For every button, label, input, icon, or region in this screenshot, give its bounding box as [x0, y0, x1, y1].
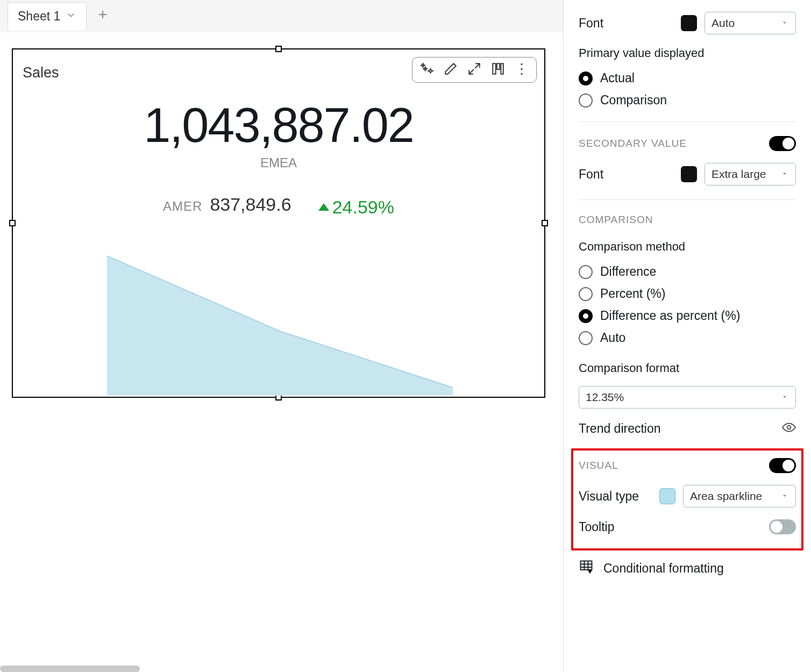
svg-rect-4 [501, 63, 503, 74]
tab-sheet-1[interactable]: Sheet 1 [8, 2, 87, 30]
secondary-font-value: Extra large [712, 168, 766, 181]
visual-color-swatch[interactable] [659, 488, 675, 504]
secondary-font-size-select[interactable]: Extra large [705, 163, 796, 185]
font-size-select[interactable]: Auto [705, 12, 796, 34]
kpi-percent-change: 24.59% [318, 197, 394, 218]
visual-type-row: Visual type Area sparkline [579, 485, 796, 507]
sheet-tabs: Sheet 1 [0, 0, 563, 32]
secondary-title: SECONDARY VALUE [579, 138, 687, 149]
area-sparkline [107, 256, 453, 396]
add-sheet-button[interactable] [96, 8, 109, 25]
comparison-method-group: Difference Percent (%) Difference as per… [579, 264, 796, 345]
radio-difference[interactable]: Difference [579, 264, 796, 279]
cond-label: Conditional formatting [603, 561, 724, 576]
radio-icon [579, 265, 593, 279]
secondary-font-row: Font Extra large [579, 163, 796, 185]
radio-label: Comparison [600, 93, 667, 108]
svg-rect-2 [493, 63, 495, 74]
kpi-primary-label: EMEA [13, 155, 544, 170]
comparison-section-title: COMPARISON [579, 214, 796, 226]
trend-up-icon [318, 203, 329, 211]
secondary-value-toggle[interactable] [769, 136, 796, 151]
properties-panel: Font Auto Primary value displayed Actual… [564, 0, 811, 672]
radio-label: Auto [600, 331, 625, 345]
expand-icon[interactable] [467, 62, 481, 78]
kpi-comparison-row: AMER 837,849.6 24.59% [13, 194, 544, 218]
layout-icon[interactable] [491, 62, 505, 78]
font-size-value: Auto [712, 17, 735, 30]
radio-icon [579, 287, 593, 301]
pencil-icon[interactable] [444, 62, 458, 78]
radio-auto[interactable]: Auto [579, 331, 796, 345]
radio-label: Difference as percent (%) [600, 309, 740, 323]
visual-toolbar: ⋮ [412, 57, 537, 83]
chevron-down-icon [780, 168, 789, 181]
visual-section-highlight: VISUAL Visual type Area sparkline Toolti… [571, 448, 803, 551]
trend-direction-row: Trend direction [579, 420, 796, 437]
kpi-primary-value: 1,043,887.02 [13, 98, 544, 153]
tooltip-toggle[interactable] [769, 519, 796, 534]
kpi-pct-value: 24.59% [332, 197, 394, 218]
chevron-down-icon[interactable] [66, 9, 76, 24]
svg-rect-6 [581, 561, 592, 570]
chevron-down-icon [780, 490, 789, 503]
resize-handle-left[interactable] [9, 220, 16, 226]
chevron-down-icon [780, 391, 789, 404]
tooltip-row: Tooltip [579, 519, 796, 534]
radio-comparison[interactable]: Comparison [579, 93, 796, 108]
visual-type-select[interactable]: Area sparkline [683, 485, 796, 507]
resize-handle-right[interactable] [542, 220, 548, 226]
horizontal-scrollbar-thumb[interactable] [0, 666, 140, 672]
font-label: Font [579, 16, 603, 31]
visual-type-value: Area sparkline [690, 490, 762, 503]
radio-label: Percent (%) [600, 287, 665, 301]
canvas[interactable]: Sales ⋮ 1,043,887.02 EMEA AMER 837,849.6… [0, 32, 563, 672]
kpi-comp-value: 837,849.6 [210, 194, 291, 215]
comparison-method-label: Comparison method [579, 240, 796, 254]
comparison-format-label: Comparison format [579, 361, 796, 375]
visual-toggle[interactable] [769, 458, 796, 473]
kpi-comp-label: AMER [163, 199, 202, 214]
tooltip-label: Tooltip [579, 520, 614, 534]
visual-title[interactable]: Sales [23, 65, 59, 81]
radio-icon [579, 94, 593, 108]
kpi-visual[interactable]: Sales ⋮ 1,043,887.02 EMEA AMER 837,849.6… [12, 48, 545, 398]
magic-icon[interactable] [420, 62, 434, 78]
font-color-swatch[interactable] [681, 15, 697, 31]
font-row: Font Auto [579, 12, 796, 34]
primary-value-label: Primary value displayed [579, 46, 796, 60]
radio-actual[interactable]: Actual [579, 71, 796, 85]
radio-percent[interactable]: Percent (%) [579, 287, 796, 301]
conditional-formatting-button[interactable]: Conditional formatting [579, 559, 796, 577]
table-format-icon [579, 559, 594, 577]
comparison-format-value: 12.35% [586, 391, 624, 404]
visual-title: VISUAL [579, 460, 618, 471]
visual-section-header: VISUAL [579, 458, 796, 473]
primary-value-group: Actual Comparison [579, 71, 796, 108]
visual-type-label: Visual type [579, 489, 639, 504]
comparison-format-select[interactable]: 12.35% [579, 386, 796, 409]
divider [579, 199, 796, 200]
radio-icon [579, 331, 593, 345]
tab-label: Sheet 1 [18, 9, 60, 24]
chevron-down-icon [780, 17, 789, 30]
more-icon[interactable]: ⋮ [515, 62, 529, 76]
svg-point-5 [787, 426, 791, 430]
radio-label: Actual [600, 71, 635, 85]
secondary-font-label: Font [579, 167, 603, 182]
eye-icon[interactable] [782, 420, 796, 437]
kpi-body: 1,043,887.02 EMEA AMER 837,849.6 24.59% [13, 98, 544, 218]
radio-icon [579, 72, 593, 85]
trend-label: Trend direction [579, 421, 661, 436]
canvas-area: Sheet 1 Sales ⋮ 1,043,887.02 [0, 0, 564, 672]
radio-icon [579, 309, 593, 323]
resize-handle-top[interactable] [275, 46, 282, 52]
divider [579, 121, 796, 122]
radio-difference-percent[interactable]: Difference as percent (%) [579, 309, 796, 323]
svg-rect-3 [497, 63, 500, 69]
radio-label: Difference [600, 264, 656, 279]
secondary-font-color-swatch[interactable] [681, 166, 697, 182]
secondary-value-header: SECONDARY VALUE [579, 136, 796, 151]
